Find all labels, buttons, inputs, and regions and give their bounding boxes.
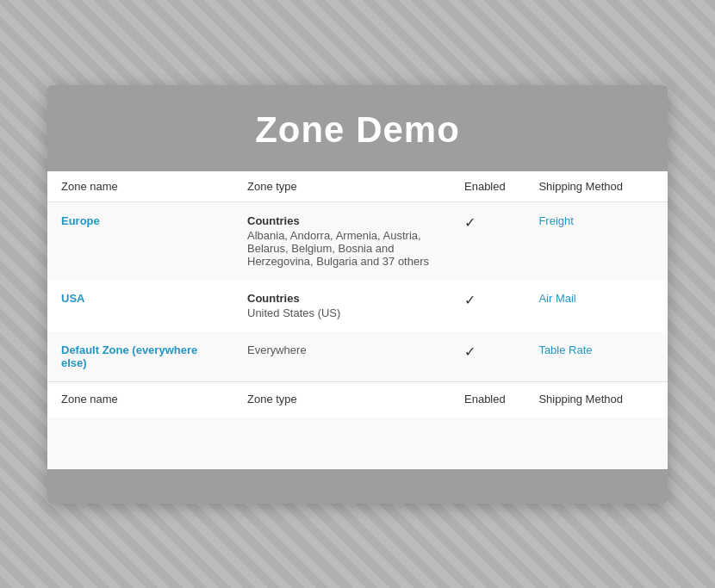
zone-type-detail: United States (US) (247, 306, 340, 319)
footer-zone-type: Zone type (233, 381, 451, 418)
col-header-zone-name: Zone name (47, 171, 233, 202)
table-footer-row: Zone name Zone type Enabled Shipping Met… (47, 381, 668, 418)
col-header-zone-type: Zone type (233, 171, 451, 202)
table-row: USA Countries United States (US) ✓ Air M… (47, 280, 668, 331)
table-rate-link[interactable]: Table Rate (538, 344, 592, 356)
zone-demo-card: Zone Demo Zone name Zone type Enabled Sh… (47, 85, 668, 504)
enabled-cell: ✓ (451, 201, 525, 280)
zone-name-cell: Default Zone (everywhere else) (47, 331, 233, 382)
card-header: Zone Demo (47, 85, 668, 171)
table-header-row: Zone name Zone type Enabled Shipping Met… (47, 171, 668, 202)
shipping-method-cell: Table Rate (525, 331, 668, 382)
enabled-checkmark: ✓ (464, 215, 476, 230)
zone-name-cell: USA (47, 280, 233, 331)
zone-type-cell: Countries United States (US) (233, 280, 451, 331)
zone-type-label: Countries (247, 214, 437, 227)
usa-zone-link[interactable]: USA (61, 292, 84, 305)
enabled-checkmark: ✓ (464, 293, 476, 307)
footer-zone-name: Zone name (47, 381, 233, 418)
zone-type-everywhere: Everywhere (247, 344, 307, 356)
card-footer (47, 469, 668, 504)
col-header-shipping-method: Shipping Method (525, 171, 668, 202)
page-title: Zone Demo (65, 109, 650, 151)
shipping-method-cell: Freight (525, 201, 668, 280)
enabled-cell: ✓ (451, 280, 525, 331)
table-row: Europe Countries Albania, Andorra, Armen… (47, 201, 668, 280)
col-header-enabled: Enabled (451, 171, 525, 202)
freight-link[interactable]: Freight (538, 214, 573, 227)
default-zone-link[interactable]: Default Zone (everywhere else) (61, 344, 197, 369)
zone-type-cell: Countries Albania, Andorra, Armenia, Aus… (233, 201, 451, 280)
empty-row (47, 418, 668, 469)
shipping-method-cell: Air Mail (525, 280, 668, 331)
zones-table: Zone name Zone type Enabled Shipping Met… (47, 171, 668, 469)
zone-type-cell: Everywhere (233, 331, 451, 382)
zone-type-label: Countries (247, 292, 437, 305)
enabled-checkmark: ✓ (464, 344, 476, 359)
zone-name-cell: Europe (47, 201, 233, 280)
europe-zone-link[interactable]: Europe (61, 214, 100, 227)
table-row: Default Zone (everywhere else) Everywher… (47, 331, 668, 382)
footer-shipping-method: Shipping Method (525, 381, 668, 418)
footer-enabled: Enabled (451, 381, 525, 418)
zone-type-detail: Albania, Andorra, Armenia, Austria, Bela… (247, 229, 429, 268)
air-mail-link[interactable]: Air Mail (538, 292, 575, 305)
enabled-cell: ✓ (451, 331, 525, 382)
